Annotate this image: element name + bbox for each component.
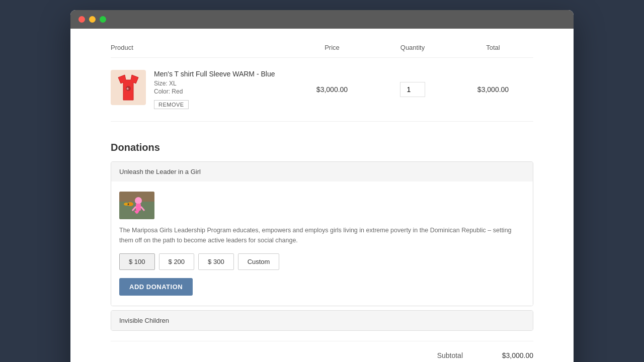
donation-card-header-2: Invisible Children bbox=[111, 311, 533, 330]
minimize-button[interactable] bbox=[89, 16, 96, 23]
product-header: Product bbox=[111, 44, 292, 51]
product-color: Color: Red bbox=[154, 88, 275, 95]
svg-rect-6 bbox=[136, 204, 141, 211]
amount-100-button[interactable]: $ 100 bbox=[119, 253, 155, 270]
svg-text:★: ★ bbox=[126, 86, 129, 91]
add-donation-button[interactable]: ADD DONATION bbox=[119, 278, 193, 296]
total-cell: $3,000.00 bbox=[453, 85, 533, 94]
quantity-cell bbox=[372, 82, 453, 97]
browser-window: Product Price Quantity Total ★ Men's T s… bbox=[70, 10, 574, 362]
cart-table-header: Product Price Quantity Total bbox=[111, 44, 533, 58]
subtotal-label: Subtotal bbox=[437, 351, 463, 359]
product-name: Men's T shirt Full Sleeve WARM - Blue bbox=[154, 70, 275, 78]
donation-org-image bbox=[119, 192, 154, 219]
table-row: ★ Men's T shirt Full Sleeve WARM - Blue … bbox=[111, 58, 533, 122]
donation-description: The Mariposa Girls Leadership Program ed… bbox=[119, 225, 525, 245]
donation-card-body-1: The Mariposa Girls Leadership Program ed… bbox=[111, 182, 533, 306]
total-header: Total bbox=[453, 44, 533, 51]
svg-point-5 bbox=[135, 197, 142, 204]
subtotal-value: $3,000.00 bbox=[493, 351, 533, 359]
close-button[interactable] bbox=[78, 16, 85, 23]
subtotal-row: Subtotal $3,000.00 bbox=[111, 341, 533, 362]
donation-card-1: Unleash the Leader in a Girl bbox=[111, 161, 533, 306]
donation-amounts: $ 100 $ 200 $ 300 Custom bbox=[119, 253, 525, 270]
remove-button[interactable]: REMOVE bbox=[154, 100, 189, 109]
donations-title: Donations bbox=[111, 142, 533, 153]
quantity-header: Quantity bbox=[372, 44, 453, 51]
amount-200-button[interactable]: $ 200 bbox=[159, 253, 195, 270]
product-size: Size: XL bbox=[154, 80, 275, 87]
maximize-button[interactable] bbox=[100, 16, 106, 23]
donation-card-2: Invisible Children bbox=[111, 310, 533, 331]
product-cell: ★ Men's T shirt Full Sleeve WARM - Blue … bbox=[111, 70, 292, 109]
quantity-input[interactable] bbox=[400, 82, 425, 97]
price-cell: $3,000.00 bbox=[292, 85, 372, 94]
main-content: Product Price Quantity Total ★ Men's T s… bbox=[70, 29, 574, 362]
product-image: ★ bbox=[111, 70, 146, 105]
svg-point-11 bbox=[128, 204, 129, 205]
donation-card-header-1: Unleash the Leader in a Girl bbox=[111, 162, 533, 182]
amount-300-button[interactable]: $ 300 bbox=[198, 253, 234, 270]
product-info: Men's T shirt Full Sleeve WARM - Blue Si… bbox=[154, 70, 275, 109]
price-header: Price bbox=[292, 44, 372, 51]
donations-section: Donations Unleash the Leader in a Girl bbox=[111, 142, 533, 331]
amount-custom-button[interactable]: Custom bbox=[238, 253, 280, 270]
titlebar bbox=[70, 10, 574, 29]
